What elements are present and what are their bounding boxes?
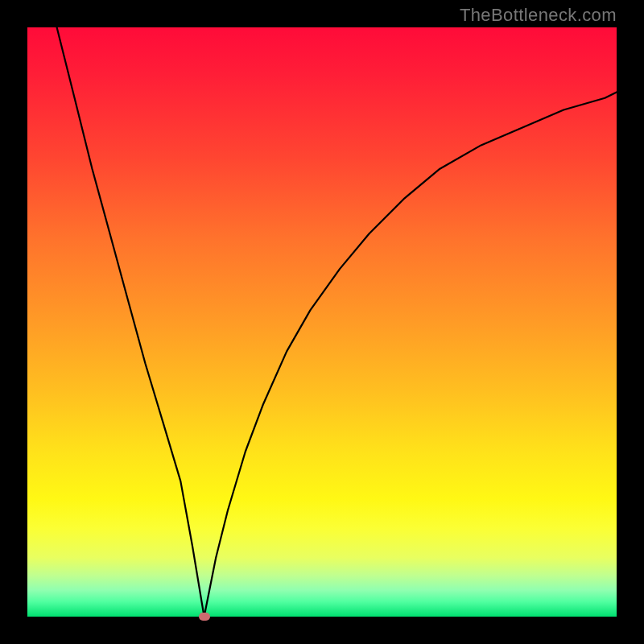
bottleneck-curve — [57, 27, 617, 617]
minimum-marker — [199, 613, 210, 621]
chart-frame: TheBottleneck.com — [0, 0, 644, 644]
watermark-text: TheBottleneck.com — [460, 5, 617, 26]
curve-svg — [27, 27, 617, 617]
plot-area — [27, 27, 617, 617]
